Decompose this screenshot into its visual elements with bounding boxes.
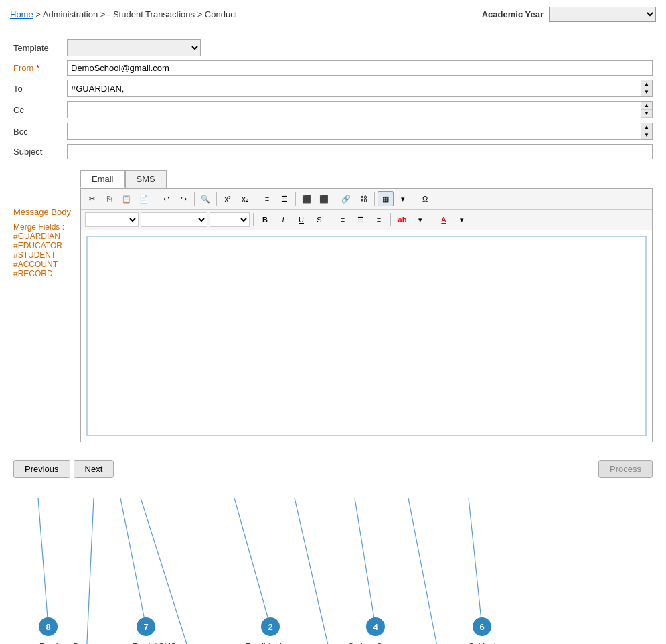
- tab-sms[interactable]: SMS: [125, 170, 167, 188]
- merge-field-guardian: #GUARDIAN: [13, 232, 80, 241]
- process-button[interactable]: Process: [598, 460, 653, 478]
- to-input[interactable]: [68, 80, 641, 96]
- bcc-label: Bcc: [13, 127, 67, 137]
- from-label: From *: [13, 63, 67, 73]
- subject-row: Subject: [13, 144, 653, 159]
- unlink-button[interactable]: ⛓: [355, 191, 371, 206]
- from-input[interactable]: [67, 60, 653, 76]
- ordered-list-button[interactable]: ≡: [259, 191, 275, 206]
- cc-field-container: ▲ ▼: [67, 101, 653, 118]
- callout-circle-4: 4: [366, 617, 385, 636]
- message-body-label: Message Body: [13, 207, 80, 217]
- breadcrumb-path: > Administration > - Student Transaction…: [35, 9, 237, 19]
- next-button[interactable]: Next: [74, 460, 114, 478]
- bcc-scroll-down[interactable]: ▼: [641, 131, 652, 139]
- copy-button[interactable]: ⎘: [101, 191, 117, 206]
- subscript-button[interactable]: x₂: [237, 191, 253, 206]
- tab-email[interactable]: Email: [80, 170, 125, 188]
- special-chars-button[interactable]: Ω: [417, 191, 433, 206]
- table-menu-button[interactable]: ▾: [395, 191, 411, 206]
- editor-body[interactable]: [86, 236, 647, 436]
- paste-text-button[interactable]: 📄: [136, 191, 152, 206]
- footer-buttons: Previous Next Process: [13, 453, 653, 478]
- highlight-button[interactable]: ab: [394, 212, 410, 227]
- cc-row: Cc ▲ ▼: [13, 101, 653, 118]
- align-center-btn[interactable]: ☰: [353, 212, 369, 227]
- cc-scroll-up[interactable]: ▲: [641, 102, 652, 110]
- to-scroll-up[interactable]: ▲: [641, 80, 652, 88]
- callout-circle-2: 2: [261, 617, 280, 636]
- merge-field-educator: #EDUCATOR: [13, 241, 80, 250]
- breadcrumb: Home > Administration > - Student Transa…: [0, 0, 666, 29]
- bcc-row: Bcc ▲ ▼: [13, 123, 653, 140]
- to-label: To: [13, 84, 67, 94]
- undo-button[interactable]: ↩: [158, 191, 174, 206]
- subject-label: Subject: [13, 147, 67, 157]
- editor-toolbar-1: ✂ ⎘ 📋 📄 ↩ ↪ 🔍 x² x₂ ≡ ☰: [81, 189, 652, 210]
- template-select[interactable]: [67, 39, 201, 56]
- annotation-lines: [0, 495, 666, 644]
- cc-scroll-down[interactable]: ▼: [641, 110, 652, 118]
- editor-column: Email SMS ✂ ⎘ 📋 📄 ↩ ↪ 🔍: [80, 163, 653, 442]
- unordered-list-button[interactable]: ☰: [276, 191, 293, 206]
- bcc-scroll-up[interactable]: ▲: [641, 123, 652, 131]
- subject-input[interactable]: [67, 144, 653, 159]
- merge-fields-title: Merge Fields :: [13, 222, 80, 232]
- svg-line-8: [469, 498, 482, 627]
- align-left-btn[interactable]: ≡: [335, 212, 351, 227]
- svg-line-5: [295, 498, 331, 644]
- editor-section: Message Body Merge Fields : #GUARDIAN #E…: [13, 163, 653, 442]
- to-scroll-down[interactable]: ▼: [641, 88, 652, 96]
- to-row: To ▲ ▼: [13, 80, 653, 97]
- merge-field-student: #STUDENT: [13, 250, 80, 260]
- italic-button[interactable]: I: [275, 212, 291, 227]
- merge-field-record: #RECORD: [13, 269, 80, 278]
- previous-button[interactable]: Previous: [13, 460, 70, 478]
- highlight-color-picker[interactable]: ▾: [412, 212, 428, 227]
- find-button[interactable]: 🔍: [197, 191, 214, 206]
- align-center-button[interactable]: ⬛: [316, 191, 332, 206]
- table-button[interactable]: ▦: [378, 191, 394, 206]
- cc-input[interactable]: [68, 102, 641, 118]
- cut-button[interactable]: ✂: [84, 191, 100, 206]
- template-label: Template: [13, 43, 67, 53]
- font-color-button[interactable]: A: [436, 212, 452, 227]
- strikethrough-button[interactable]: S: [311, 212, 327, 227]
- font-select[interactable]: [141, 212, 207, 227]
- bcc-field-container: ▲ ▼: [67, 123, 653, 140]
- svg-line-4: [234, 498, 270, 627]
- to-field-container: ▲ ▼: [67, 80, 653, 97]
- academic-year-select[interactable]: [549, 7, 656, 22]
- merge-fields: Merge Fields : #GUARDIAN #EDUCATOR #STUD…: [13, 222, 80, 278]
- bcc-input[interactable]: [68, 123, 641, 139]
- editor-outer: ✂ ⎘ 📋 📄 ↩ ↪ 🔍 x² x₂ ≡ ☰: [80, 188, 653, 442]
- redo-button[interactable]: ↪: [175, 191, 191, 206]
- underline-button[interactable]: U: [293, 212, 309, 227]
- svg-line-2: [120, 498, 146, 627]
- svg-line-0: [38, 498, 48, 627]
- align-left-button[interactable]: ⬛: [299, 191, 315, 206]
- annotation-diagram: 8 Previous Page 7 Email / SMS 2 Email Ad…: [0, 495, 666, 644]
- academic-year-label: Academic Year: [482, 9, 544, 19]
- from-row: From *: [13, 60, 653, 76]
- callout-circle-7: 7: [137, 617, 155, 636]
- align-right-btn[interactable]: ≡: [371, 212, 387, 227]
- bold-button[interactable]: B: [257, 212, 273, 227]
- callout-circle-6: 6: [473, 617, 491, 636]
- format-select[interactable]: [85, 212, 139, 227]
- message-labels: Message Body Merge Fields : #GUARDIAN #E…: [13, 163, 80, 442]
- callout-circle-8: 8: [39, 617, 58, 636]
- home-link[interactable]: Home: [10, 9, 33, 19]
- merge-field-account: #ACCOUNT: [13, 260, 80, 269]
- svg-line-7: [408, 498, 439, 644]
- font-color-picker[interactable]: ▾: [454, 212, 470, 227]
- cc-label: Cc: [13, 105, 67, 115]
- link-button[interactable]: 🔗: [338, 191, 354, 206]
- paste-button[interactable]: 📋: [118, 191, 135, 206]
- superscript-button[interactable]: x²: [220, 191, 236, 206]
- svg-line-1: [86, 498, 94, 644]
- svg-line-6: [355, 498, 376, 627]
- editor-toolbar-2: B I U S ≡ ☰ ≡ ab ▾ A ▾: [81, 210, 652, 230]
- size-select[interactable]: [210, 212, 250, 227]
- tabs-container: Email SMS ✂ ⎘ 📋 📄 ↩ ↪ 🔍: [80, 170, 653, 442]
